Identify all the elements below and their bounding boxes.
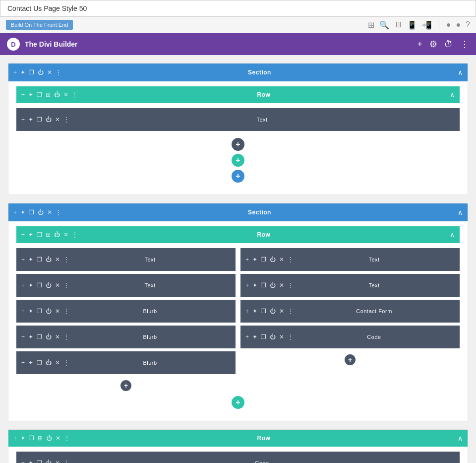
row-1-chevron[interactable]: ∧ <box>450 91 455 99</box>
add-row-2-teal-btn[interactable]: + <box>232 396 244 409</box>
section-1-disable-icon[interactable]: ⏻ <box>38 69 44 76</box>
section-2-delete-icon[interactable]: ✕ <box>47 209 52 216</box>
col-right-add-btn[interactable]: + <box>345 354 356 365</box>
section-1-more-icon[interactable]: ⋮ <box>56 69 61 76</box>
mobile-icon[interactable]: 📲 <box>422 20 432 30</box>
row-2-more-icon[interactable]: ⋮ <box>72 231 78 238</box>
divi-menu-icon[interactable]: ⋮ <box>460 39 469 50</box>
row-2-disable-icon[interactable]: ⏻ <box>54 231 60 238</box>
ml1-add[interactable]: + <box>21 256 25 263</box>
mr3-dis[interactable]: ⏻ <box>270 308 276 315</box>
mr1-set[interactable]: ✦ <box>252 256 257 263</box>
ml3-set[interactable]: ✦ <box>28 308 33 315</box>
section-1-delete-icon[interactable]: ✕ <box>47 69 52 76</box>
mr3-more[interactable]: ⋮ <box>288 308 294 315</box>
mc-copy[interactable]: ❐ <box>37 460 42 463</box>
ml4-more[interactable]: ⋮ <box>63 333 69 340</box>
mod1-more-icon[interactable]: ⋮ <box>63 116 69 123</box>
row-2-delete-icon[interactable]: ✕ <box>63 231 68 238</box>
add-row-teal-btn[interactable]: + <box>232 154 244 167</box>
section-2-copy-icon[interactable]: ❐ <box>29 209 34 216</box>
row-1-delete-icon[interactable]: ✕ <box>63 91 68 98</box>
mr1-copy[interactable]: ❐ <box>261 256 266 263</box>
row-2-add-icon[interactable]: + <box>21 231 25 238</box>
mr2-copy[interactable]: ❐ <box>261 282 266 289</box>
mr1-del[interactable]: ✕ <box>279 256 284 263</box>
mr3-add[interactable]: + <box>245 308 249 315</box>
ml4-dis[interactable]: ⏻ <box>46 333 52 340</box>
ml5-set[interactable]: ✦ <box>28 359 33 366</box>
row-1-settings-icon[interactable]: ✦ <box>28 91 33 98</box>
row-3-add-icon[interactable]: + <box>13 435 17 442</box>
row-3-settings-icon[interactable]: ✦ <box>20 435 25 442</box>
tablet-icon[interactable]: 📱 <box>407 20 417 30</box>
mod1-disable-icon[interactable]: ⏻ <box>46 116 52 123</box>
mr2-dis[interactable]: ⏻ <box>270 282 276 289</box>
mr4-more[interactable]: ⋮ <box>288 333 294 340</box>
ml4-set[interactable]: ✦ <box>28 333 33 340</box>
row-3-columns-icon[interactable]: ⊞ <box>38 435 43 442</box>
mr1-dis[interactable]: ⏻ <box>270 256 276 263</box>
ml5-del[interactable]: ✕ <box>55 359 60 366</box>
ml2-set[interactable]: ✦ <box>28 282 33 289</box>
mr4-copy[interactable]: ❐ <box>261 333 266 340</box>
section-2-disable-icon[interactable]: ⏻ <box>38 209 44 216</box>
ml1-del[interactable]: ✕ <box>55 256 60 263</box>
mod1-settings-icon[interactable]: ✦ <box>28 116 33 123</box>
ml5-more[interactable]: ⋮ <box>63 359 69 366</box>
ml4-del[interactable]: ✕ <box>55 333 60 340</box>
circle-icon-1[interactable]: ● <box>446 20 451 29</box>
mr2-more[interactable]: ⋮ <box>288 282 294 289</box>
mr4-set[interactable]: ✦ <box>252 333 257 340</box>
section-2-add-icon[interactable]: + <box>13 209 17 216</box>
row-3-chevron[interactable]: ∧ <box>458 434 463 442</box>
ml2-dis[interactable]: ⏻ <box>46 282 52 289</box>
divi-history-icon[interactable]: ⏱ <box>444 39 453 50</box>
ml2-more[interactable]: ⋮ <box>63 282 69 289</box>
circle-icon-2[interactable]: ● <box>456 20 461 29</box>
grid-icon[interactable]: ⊞ <box>368 20 374 30</box>
ml2-del[interactable]: ✕ <box>55 282 60 289</box>
ml1-set[interactable]: ✦ <box>28 256 33 263</box>
row-3-more-icon[interactable]: ⋮ <box>64 435 70 442</box>
mr2-del[interactable]: ✕ <box>279 282 284 289</box>
ml2-copy[interactable]: ❐ <box>37 282 42 289</box>
ml1-more[interactable]: ⋮ <box>63 256 69 263</box>
ml4-copy[interactable]: ❐ <box>37 333 42 340</box>
mod1-add-icon[interactable]: + <box>21 116 25 123</box>
row-1-disable-icon[interactable]: ⏻ <box>54 91 60 98</box>
row-2-chevron[interactable]: ∧ <box>450 231 455 239</box>
mr3-copy[interactable]: ❐ <box>261 308 266 315</box>
row-3-copy-icon[interactable]: ❐ <box>29 435 34 442</box>
ml1-copy[interactable]: ❐ <box>37 256 42 263</box>
mr4-add[interactable]: + <box>245 333 249 340</box>
ml3-more[interactable]: ⋮ <box>63 308 69 315</box>
ml3-dis[interactable]: ⏻ <box>46 308 52 315</box>
ml5-add[interactable]: + <box>21 359 25 366</box>
mr3-set[interactable]: ✦ <box>252 308 257 315</box>
row-2-copy-icon[interactable]: ❐ <box>37 231 42 238</box>
row-3-delete-icon[interactable]: ✕ <box>56 435 60 442</box>
col-left-add-btn[interactable]: + <box>120 380 131 391</box>
section-1-settings-icon[interactable]: ✦ <box>20 69 25 76</box>
ml3-add[interactable]: + <box>21 308 25 315</box>
desktop-icon[interactable]: 🖥 <box>394 20 402 29</box>
section-2-settings-icon[interactable]: ✦ <box>20 209 25 216</box>
ml3-del[interactable]: ✕ <box>55 308 60 315</box>
ml1-dis[interactable]: ⏻ <box>46 256 52 263</box>
mc-more[interactable]: ⋮ <box>63 460 69 463</box>
mc-set[interactable]: ✦ <box>28 460 33 463</box>
ml2-add[interactable]: + <box>21 282 25 289</box>
mod1-delete-icon[interactable]: ✕ <box>55 116 60 123</box>
ml5-copy[interactable]: ❐ <box>37 359 42 366</box>
mr2-add[interactable]: + <box>245 282 249 289</box>
row-1-more-icon[interactable]: ⋮ <box>72 91 78 98</box>
divi-settings-icon[interactable]: ⚙ <box>429 39 437 50</box>
section-2-chevron[interactable]: ∧ <box>458 208 463 216</box>
ml5-dis[interactable]: ⏻ <box>46 359 52 366</box>
section-1-add-icon[interactable]: + <box>13 69 17 76</box>
section-1-chevron[interactable]: ∧ <box>458 68 463 76</box>
row-1-copy-icon[interactable]: ❐ <box>37 91 42 98</box>
add-module-dark-btn[interactable]: + <box>232 138 244 151</box>
add-section-blue-btn[interactable]: + <box>232 170 244 183</box>
